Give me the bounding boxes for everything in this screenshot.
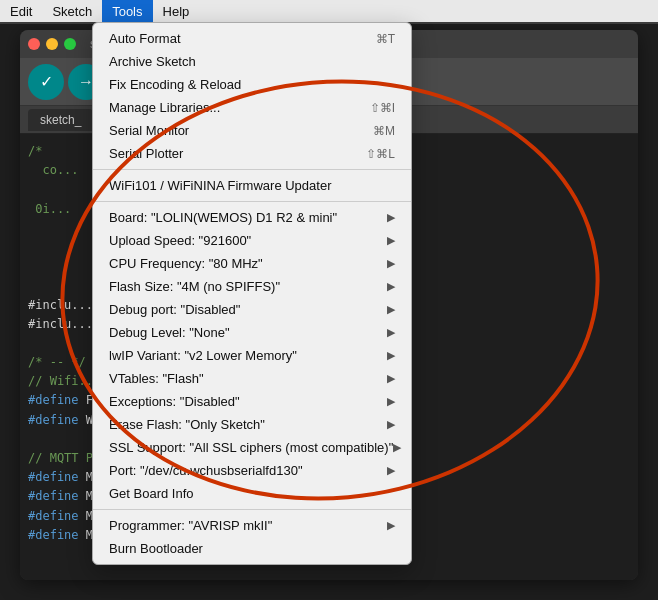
menu-manage-libraries[interactable]: Manage Libraries... ⇧⌘I	[93, 96, 411, 119]
menu-upload-speed[interactable]: Upload Speed: "921600" ▶	[93, 229, 411, 252]
sep-1	[93, 169, 411, 170]
menu-burn-bootloader[interactable]: Burn Bootloader	[93, 537, 411, 560]
menu-debug-port[interactable]: Debug port: "Disabled" ▶	[93, 298, 411, 321]
sketch-tab[interactable]: sketch_	[28, 109, 93, 131]
menu-fix-encoding[interactable]: Fix Encoding & Reload	[93, 73, 411, 96]
close-button[interactable]	[28, 38, 40, 50]
menu-auto-format[interactable]: Auto Format ⌘T	[93, 27, 411, 50]
menu-board[interactable]: Board: "LOLIN(WEMOS) D1 R2 & mini" ▶	[93, 206, 411, 229]
system-menubar: Edit Sketch Tools Help	[0, 0, 658, 22]
menu-flash-size[interactable]: Flash Size: "4M (no SPIFFS)" ▶	[93, 275, 411, 298]
maximize-button[interactable]	[64, 38, 76, 50]
minimize-button[interactable]	[46, 38, 58, 50]
menu-port[interactable]: Port: "/dev/cu.wchusbserialfd130" ▶	[93, 459, 411, 482]
menu-tools-top[interactable]: Tools	[102, 0, 152, 22]
menu-debug-level[interactable]: Debug Level: "None" ▶	[93, 321, 411, 344]
menu-get-board-info[interactable]: Get Board Info	[93, 482, 411, 505]
menu-erase-flash[interactable]: Erase Flash: "Only Sketch" ▶	[93, 413, 411, 436]
verify-button[interactable]: ✓	[28, 64, 64, 100]
menu-cpu-freq[interactable]: CPU Frequency: "80 MHz" ▶	[93, 252, 411, 275]
menu-serial-plotter[interactable]: Serial Plotter ⇧⌘L	[93, 142, 411, 165]
menu-archive-sketch[interactable]: Archive Sketch	[93, 50, 411, 73]
menu-ssl-support[interactable]: SSL Support: "All SSL ciphers (most comp…	[93, 436, 411, 459]
menu-wifi-updater[interactable]: WiFi101 / WiFiNINA Firmware Updater	[93, 174, 411, 197]
menu-sketch-top[interactable]: Sketch	[42, 0, 102, 22]
menu-programmer[interactable]: Programmer: "AVRISP mkII" ▶	[93, 514, 411, 537]
menu-vtables[interactable]: VTables: "Flash" ▶	[93, 367, 411, 390]
sep-3	[93, 509, 411, 510]
menu-edit-top[interactable]: Edit	[0, 0, 42, 22]
menu-help-top[interactable]: Help	[153, 0, 200, 22]
menu-lwip[interactable]: lwIP Variant: "v2 Lower Memory" ▶	[93, 344, 411, 367]
tools-dropdown: Auto Format ⌘T Archive Sketch Fix Encodi…	[92, 22, 412, 565]
sep-2	[93, 201, 411, 202]
menu-serial-monitor[interactable]: Serial Monitor ⌘M	[93, 119, 411, 142]
menu-exceptions[interactable]: Exceptions: "Disabled" ▶	[93, 390, 411, 413]
